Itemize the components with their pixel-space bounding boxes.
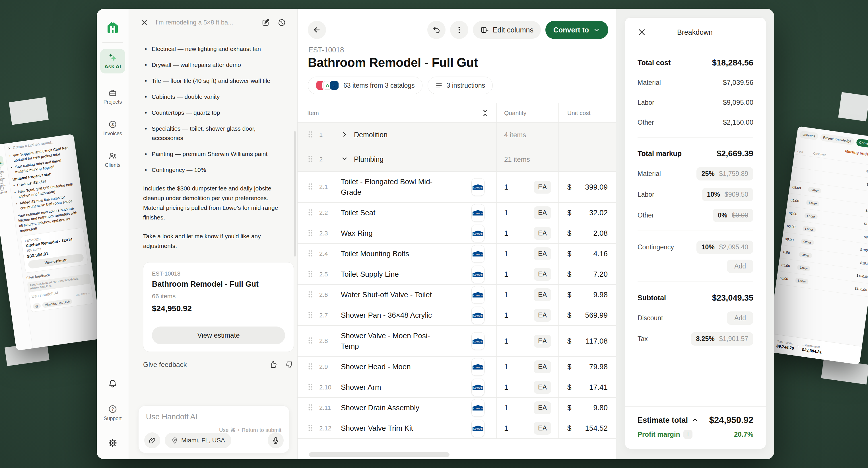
- drag-handle-icon[interactable]: [307, 250, 313, 257]
- column-header-unit-cost[interactable]: Unit cost: [567, 110, 591, 116]
- view-estimate-button[interactable]: View estimate: [152, 326, 285, 344]
- unit-chip[interactable]: EA: [534, 422, 551, 435]
- column-header-quantity[interactable]: Quantity: [504, 110, 526, 116]
- table-row[interactable]: 2.8Shower Valve - Moen Posi-TempLOWE'S1E…: [298, 326, 616, 357]
- quantity-value[interactable]: 1: [504, 229, 508, 238]
- unit-cost-value[interactable]: 17.41: [589, 383, 608, 392]
- quantity-value[interactable]: 1: [504, 424, 508, 433]
- more-options-button[interactable]: [450, 21, 468, 39]
- add-discount-button[interactable]: Add: [727, 312, 753, 325]
- unit-cost-value[interactable]: 9.80: [593, 403, 608, 412]
- table-row[interactable]: 2.3Wax RingLOWE'S1EA$2.08: [298, 223, 616, 244]
- unit-chip[interactable]: EA: [534, 309, 551, 322]
- back-button[interactable]: [308, 21, 326, 39]
- quantity-value[interactable]: 1: [504, 250, 508, 258]
- thumbs-down-icon[interactable]: [285, 360, 294, 369]
- thumbs-up-icon[interactable]: [269, 360, 277, 369]
- unit-chip[interactable]: EA: [534, 335, 551, 348]
- unit-chip[interactable]: EA: [534, 288, 551, 301]
- chevron-down-icon[interactable]: [341, 155, 348, 163]
- sidebar-item-invoices[interactable]: $ Invoices: [103, 120, 122, 137]
- horizontal-scrollbar[interactable]: [309, 452, 450, 457]
- markup-material-chip[interactable]: 25% $1,759.89: [696, 167, 753, 180]
- drag-handle-icon[interactable]: [307, 208, 313, 216]
- unit-chip[interactable]: EA: [534, 401, 551, 414]
- unit-cost-value[interactable]: 32.02: [589, 208, 608, 217]
- table-row[interactable]: 2.1Toilet - Elongated Bowl Mid-GradeLOWE…: [298, 172, 616, 203]
- unit-cost-value[interactable]: 7.20: [593, 270, 608, 279]
- quantity-value[interactable]: 1: [504, 311, 508, 320]
- unit-cost-value[interactable]: 399.09: [585, 183, 608, 192]
- drag-handle-icon[interactable]: [307, 362, 313, 370]
- unit-chip[interactable]: EA: [534, 381, 551, 394]
- catalogs-pill[interactable]: L 63 items from 3 catalogs: [308, 77, 423, 94]
- unit-cost-value[interactable]: 4.16: [593, 250, 608, 258]
- sidebar-item-clients[interactable]: Clients: [105, 151, 120, 168]
- unit-chip[interactable]: EA: [534, 360, 551, 373]
- chevron-right-icon[interactable]: [341, 131, 348, 138]
- drag-handle-icon[interactable]: [307, 311, 313, 319]
- quantity-value[interactable]: 1: [504, 383, 508, 392]
- chat-input[interactable]: Use Handoff AI Use ⌘ + Return to submit …: [138, 405, 290, 453]
- unit-chip[interactable]: EA: [534, 247, 551, 260]
- handoff-logo-icon[interactable]: [105, 20, 120, 36]
- group-row[interactable]: 1Demolition4 items: [298, 123, 616, 147]
- quantity-value[interactable]: 1: [504, 362, 508, 371]
- table-row[interactable]: 2.12Shower Valve Trim KitLOWE'S1EA$154.5…: [298, 418, 616, 439]
- table-row[interactable]: 2.11Shower Drain AssemblyLOWE'S1EA$9.80: [298, 398, 616, 418]
- quantity-value[interactable]: 1: [504, 290, 508, 299]
- sidebar-item-ask-ai[interactable]: Ask AI: [100, 49, 125, 74]
- unit-chip[interactable]: EA: [534, 227, 551, 240]
- drag-handle-icon[interactable]: [307, 424, 313, 432]
- edit-columns-button[interactable]: Edit columns: [473, 21, 541, 39]
- drag-handle-icon[interactable]: [307, 229, 313, 237]
- table-row[interactable]: 2.2Toilet SeatLOWE'S1EA$32.02: [298, 203, 616, 223]
- table-row[interactable]: 2.5Toilet Supply LineLOWE'S1EA$7.20: [298, 264, 616, 285]
- close-icon[interactable]: [638, 28, 646, 36]
- drag-handle-icon[interactable]: [307, 270, 313, 278]
- chat-scrollbar[interactable]: [294, 131, 296, 257]
- contingency-chip[interactable]: 10% $2,095.40: [696, 240, 753, 254]
- unit-chip[interactable]: EA: [534, 268, 551, 281]
- unit-cost-value[interactable]: 117.08: [586, 337, 608, 346]
- notifications-button[interactable]: [108, 379, 118, 388]
- quantity-value[interactable]: 1: [504, 403, 508, 412]
- drag-handle-icon[interactable]: [307, 182, 313, 191]
- new-chat-icon[interactable]: [261, 18, 270, 27]
- unit-cost-value[interactable]: 9.98: [593, 290, 608, 299]
- close-icon[interactable]: [140, 19, 148, 27]
- table-row[interactable]: 2.10Shower ArmLOWE'S1EA$17.41: [298, 377, 616, 398]
- quantity-value[interactable]: 1: [504, 270, 508, 279]
- table-row[interactable]: 2.6Water Shut-off Valve - ToiletLOWE'S1E…: [298, 285, 616, 305]
- tax-chip[interactable]: 8.25% $1,901.57: [691, 332, 753, 346]
- unit-cost-value[interactable]: 79.98: [589, 362, 608, 371]
- info-icon[interactable]: i: [683, 430, 692, 439]
- drag-handle-icon[interactable]: [307, 130, 313, 138]
- quantity-value[interactable]: 1: [504, 208, 508, 217]
- instructions-pill[interactable]: 3 instructions: [428, 77, 493, 94]
- settings-button[interactable]: [108, 438, 118, 448]
- sidebar-item-support[interactable]: ? Support: [103, 404, 122, 421]
- markup-other-chip[interactable]: 0% $0.00: [713, 209, 753, 222]
- column-header-item[interactable]: Item: [307, 110, 319, 116]
- drag-handle-icon[interactable]: [307, 403, 313, 411]
- undo-button[interactable]: [427, 21, 445, 39]
- attach-button[interactable]: [144, 432, 160, 448]
- drag-handle-icon[interactable]: [307, 337, 313, 345]
- quantity-value[interactable]: 1: [504, 337, 508, 346]
- unit-chip[interactable]: EA: [534, 206, 551, 219]
- drag-handle-icon[interactable]: [307, 290, 313, 298]
- table-row[interactable]: 2.7Shower Pan - 36×48 AcrylicLOWE'S1EA$5…: [298, 305, 616, 326]
- convert-to-button[interactable]: Convert to: [546, 21, 608, 39]
- history-icon[interactable]: [277, 18, 286, 27]
- table-row[interactable]: 2.4Toilet Mounting BoltsLOWE'S1EA$4.16: [298, 244, 616, 264]
- drag-handle-icon[interactable]: [307, 155, 313, 163]
- drag-handle-icon[interactable]: [307, 383, 313, 391]
- quantity-value[interactable]: 1: [504, 183, 508, 192]
- sidebar-item-projects[interactable]: Projects: [103, 88, 122, 105]
- group-row[interactable]: 2Plumbing21 items: [298, 147, 616, 172]
- markup-labor-chip[interactable]: 10% $909.50: [702, 188, 753, 201]
- estimate-total-label[interactable]: Estimate total: [638, 416, 699, 425]
- unit-cost-value[interactable]: 154.52: [585, 424, 608, 433]
- collapse-all-icon[interactable]: [481, 109, 489, 117]
